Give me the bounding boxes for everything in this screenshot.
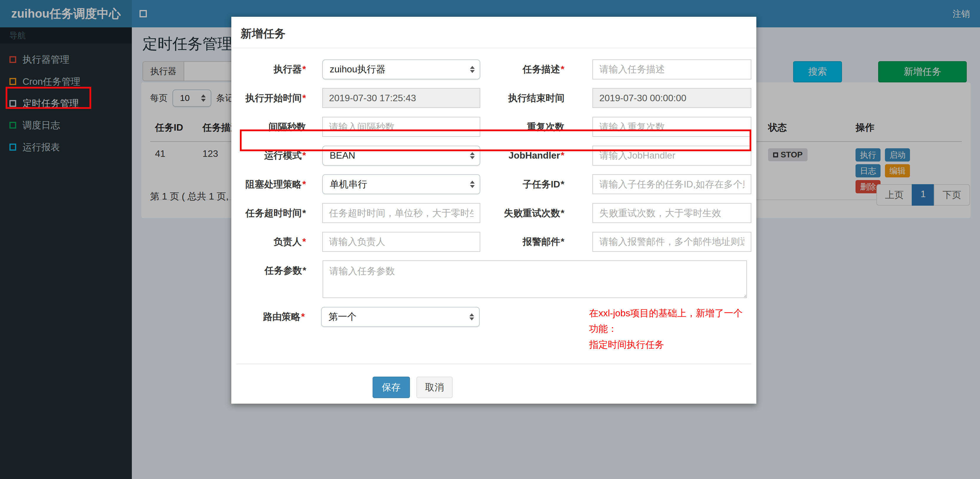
route-strategy-label: 路由策略* xyxy=(236,310,305,323)
interval-input[interactable] xyxy=(322,117,480,137)
executor-label: 执行器* xyxy=(236,63,306,76)
task-param-label: 任务参数* xyxy=(236,264,306,277)
run-mode-label: 运行模式* xyxy=(236,149,306,162)
repeat-count-input[interactable] xyxy=(592,117,751,137)
required-asterisk: * xyxy=(302,265,306,276)
required-asterisk: * xyxy=(561,208,564,218)
modal-title: 新增任务 xyxy=(241,27,286,40)
alarm-email-label: 报警邮件* xyxy=(487,236,564,248)
owner-label: 负责人* xyxy=(236,236,306,248)
run-mode-select[interactable]: BEAN xyxy=(322,146,480,166)
jobhandler-input[interactable] xyxy=(592,146,751,166)
select-arrows-icon xyxy=(470,152,475,159)
modal-footer: 保存 取消 xyxy=(236,364,751,398)
end-time-label: 执行结束时间 xyxy=(487,92,564,105)
repeat-count-label: 重复次数 xyxy=(487,121,564,133)
feature-note-line2: 指定时间执行任务 xyxy=(589,339,664,350)
owner-input[interactable] xyxy=(322,232,480,252)
task-desc-label: 任务描述* xyxy=(487,63,564,76)
select-arrows-icon xyxy=(469,313,474,320)
modal-body: 执行器* zuihou执行器 任务描述* 执行开始时间* 执行结束时间 间隔秒数… xyxy=(231,48,756,398)
feature-note-line1: 在xxl-jobs项目的基础上，新增了一个功能： xyxy=(589,308,743,334)
required-asterisk: * xyxy=(302,64,306,75)
modal-header: 新增任务 xyxy=(231,17,756,48)
required-asterisk: * xyxy=(561,179,564,189)
timeout-input[interactable] xyxy=(322,203,480,223)
timeout-label: 任务超时时间* xyxy=(236,207,306,220)
route-strategy-select[interactable]: 第一个 xyxy=(321,307,480,327)
add-task-modal: 新增任务 执行器* zuihou执行器 任务描述* 执行开始时间* 执行结束时间… xyxy=(231,17,756,404)
child-task-id-input[interactable] xyxy=(592,174,751,194)
jobhandler-label: JobHandler* xyxy=(487,150,564,161)
required-asterisk: * xyxy=(302,179,306,189)
required-asterisk: * xyxy=(561,150,564,161)
select-arrows-icon xyxy=(470,181,475,188)
save-button[interactable]: 保存 xyxy=(372,377,410,398)
required-asterisk: * xyxy=(302,150,306,161)
required-asterisk: * xyxy=(561,64,564,75)
block-strategy-select[interactable]: 单机串行 xyxy=(322,174,480,194)
block-strategy-label: 阻塞处理策略* xyxy=(236,178,306,191)
feature-note: 在xxl-jobs项目的基础上，新增了一个功能： 指定时间执行任务 xyxy=(589,306,751,352)
select-arrows-icon xyxy=(470,66,475,73)
fail-retry-input[interactable] xyxy=(592,203,751,223)
end-time-input[interactable] xyxy=(592,88,751,108)
cancel-button[interactable]: 取消 xyxy=(417,377,453,398)
start-time-input[interactable] xyxy=(322,88,480,108)
fail-retry-label: 失败重试次数* xyxy=(487,207,564,220)
required-asterisk: * xyxy=(302,236,306,247)
interval-label: 间隔秒数 xyxy=(236,121,306,133)
start-time-label: 执行开始时间* xyxy=(236,92,306,105)
required-asterisk: * xyxy=(302,208,306,218)
required-asterisk: * xyxy=(302,93,306,103)
executor-select[interactable]: zuihou执行器 xyxy=(322,59,480,80)
alarm-email-input[interactable] xyxy=(592,232,751,252)
child-task-id-label: 子任务ID* xyxy=(487,178,564,191)
required-asterisk: * xyxy=(301,311,305,322)
required-asterisk: * xyxy=(561,236,564,247)
task-desc-input[interactable] xyxy=(592,59,751,80)
task-param-textarea[interactable] xyxy=(323,260,747,298)
